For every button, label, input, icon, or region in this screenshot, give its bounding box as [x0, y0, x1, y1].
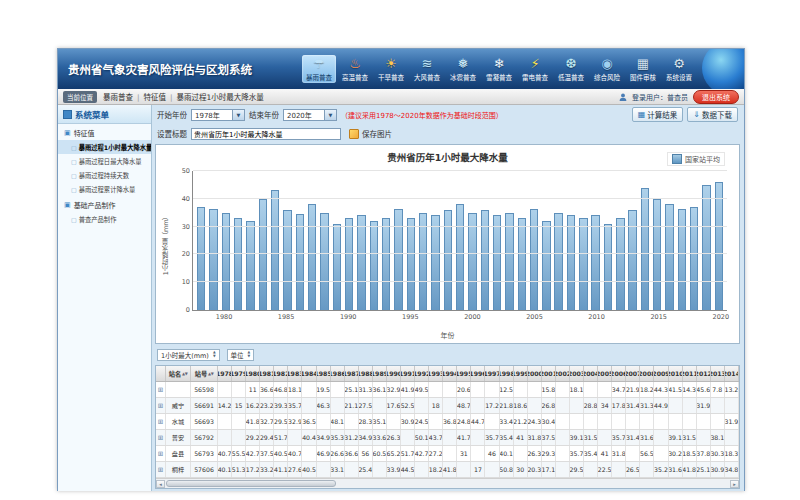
- nav-item-7[interactable]: ⚡雷电普查: [518, 55, 552, 83]
- scroll-right-arrow[interactable]: ▸: [730, 480, 739, 488]
- tree-item[interactable]: ▢暴雨过程日最大降水量: [58, 154, 151, 168]
- bar[interactable]: [296, 214, 304, 310]
- nav-item-9[interactable]: ◉综合风险: [590, 55, 624, 83]
- scroll-left-arrow[interactable]: ◂: [156, 480, 165, 488]
- column-header[interactable]: 1983: [288, 366, 302, 381]
- bar[interactable]: [197, 207, 205, 310]
- nav-item-1[interactable]: ☂暴雨普查: [302, 55, 336, 83]
- nav-item-10[interactable]: ▦图件审核: [626, 55, 660, 83]
- bar[interactable]: [690, 207, 698, 310]
- bar[interactable]: [407, 218, 415, 310]
- breadcrumb-item[interactable]: 暴雨过程1小时最大降水量: [177, 93, 264, 102]
- bar[interactable]: [653, 199, 661, 310]
- column-header[interactable]: 2013: [711, 366, 725, 381]
- nav-item-6[interactable]: ❄雪凝普查: [482, 55, 516, 83]
- column-header[interactable]: 1988: [359, 366, 373, 381]
- bar[interactable]: [518, 218, 526, 310]
- bar[interactable]: [493, 215, 501, 310]
- tree-item[interactable]: ▢暴雨过程累计降水量: [58, 182, 151, 196]
- bar[interactable]: [394, 209, 402, 310]
- column-header[interactable]: 2009: [654, 366, 668, 381]
- column-header[interactable]: 2008: [640, 366, 654, 381]
- start-year-select[interactable]: 1978年 ▼: [191, 109, 245, 121]
- column-header[interactable]: 1979: [232, 366, 246, 381]
- bar[interactable]: [209, 209, 217, 310]
- bar[interactable]: [641, 188, 649, 310]
- row-expander[interactable]: ⊞: [156, 382, 166, 397]
- column-header[interactable]: 1989: [373, 366, 387, 381]
- bar[interactable]: [554, 213, 562, 310]
- column-header[interactable]: 1986: [331, 366, 345, 381]
- nav-item-8[interactable]: ❆低温普查: [554, 55, 588, 83]
- bar[interactable]: [604, 224, 612, 310]
- nav-item-3[interactable]: ☀干旱普查: [374, 55, 408, 83]
- column-header[interactable]: 1993: [429, 366, 443, 381]
- nav-item-4[interactable]: ≋大风普查: [410, 55, 444, 83]
- tree-group[interactable]: ▣特征值: [58, 124, 151, 140]
- breadcrumb-item[interactable]: 暴雨普查: [103, 93, 133, 102]
- column-header[interactable]: 2001: [542, 366, 556, 381]
- column-header[interactable]: 2011: [683, 366, 697, 381]
- column-header[interactable]: 1985: [317, 366, 331, 381]
- horizontal-scrollbar[interactable]: ◂ ▸: [156, 478, 739, 488]
- bar[interactable]: [357, 215, 365, 310]
- bar[interactable]: [259, 199, 267, 310]
- column-header[interactable]: 1980: [246, 366, 260, 381]
- tree-item[interactable]: ▢暴雨过程1小时最大降水量: [58, 140, 151, 154]
- column-header[interactable]: 1982: [274, 366, 288, 381]
- bar[interactable]: [542, 221, 550, 310]
- breadcrumb-item[interactable]: 特征值: [144, 93, 167, 102]
- bar[interactable]: [468, 213, 476, 310]
- end-year-select[interactable]: 2020年 ▼: [283, 109, 337, 121]
- column-header[interactable]: 1999: [514, 366, 528, 381]
- bar[interactable]: [530, 209, 538, 310]
- column-header[interactable]: 1991: [401, 366, 415, 381]
- logout-button[interactable]: 退出系统: [693, 90, 739, 104]
- value-type-filter[interactable]: 1小时最大(mm) ▲▼: [157, 349, 220, 361]
- column-header[interactable]: 2002: [556, 366, 570, 381]
- bar[interactable]: [271, 190, 279, 310]
- column-header[interactable]: 1994: [443, 366, 457, 381]
- column-header[interactable]: 1978: [218, 366, 232, 381]
- row-expander[interactable]: ⊞: [156, 446, 166, 461]
- bar[interactable]: [616, 218, 624, 310]
- column-header[interactable]: 1992: [415, 366, 429, 381]
- row-expander[interactable]: ⊞: [156, 462, 166, 477]
- bar[interactable]: [333, 224, 341, 310]
- column-header[interactable]: 1984: [302, 366, 316, 381]
- bar[interactable]: [431, 215, 439, 310]
- bar[interactable]: [456, 204, 464, 310]
- row-expander[interactable]: ⊞: [156, 398, 166, 413]
- column-header[interactable]: 1995: [457, 366, 471, 381]
- bar[interactable]: [234, 218, 242, 310]
- column-header[interactable]: 2007: [626, 366, 640, 381]
- bar[interactable]: [665, 204, 673, 310]
- bar[interactable]: [246, 221, 254, 310]
- bar[interactable]: [579, 218, 587, 310]
- column-header[interactable]: 1997: [485, 366, 499, 381]
- bar[interactable]: [715, 182, 723, 310]
- table-row[interactable]: ⊞水城5669341.832.729.532.936.548.128.335.1…: [156, 414, 739, 430]
- nav-item-2[interactable]: ♨高温普查: [338, 55, 372, 83]
- column-header[interactable]: 站号▲▼: [191, 366, 218, 381]
- column-header[interactable]: 1998: [500, 366, 514, 381]
- download-data-button[interactable]: ⇓ 数据下载: [687, 107, 738, 122]
- nav-item-11[interactable]: ⚙系统设置: [662, 55, 696, 83]
- row-expander[interactable]: ⊞: [156, 430, 166, 445]
- column-header[interactable]: 1987: [345, 366, 359, 381]
- calculate-button[interactable]: ▦ 计算结果: [632, 107, 684, 122]
- bar[interactable]: [222, 213, 230, 310]
- nav-item-5[interactable]: ❅冰雹普查: [446, 55, 480, 83]
- table-row[interactable]: ⊞威宁5669114.21516.223.239.335.746.321.127…: [156, 398, 739, 414]
- bar[interactable]: [320, 213, 328, 310]
- column-header[interactable]: 2000: [528, 366, 542, 381]
- bar[interactable]: [702, 185, 710, 310]
- column-header[interactable]: 1981: [260, 366, 274, 381]
- bar[interactable]: [382, 218, 390, 310]
- table-row[interactable]: ⊞565981136.646.818.119.525.131.336.132.9…: [156, 382, 739, 398]
- bar[interactable]: [567, 215, 575, 310]
- unit-filter[interactable]: 单位 ▲▼: [227, 349, 255, 361]
- column-header[interactable]: 2005: [598, 366, 612, 381]
- tree-group[interactable]: ▣基础产品制作: [58, 196, 151, 212]
- column-header[interactable]: 1996: [471, 366, 485, 381]
